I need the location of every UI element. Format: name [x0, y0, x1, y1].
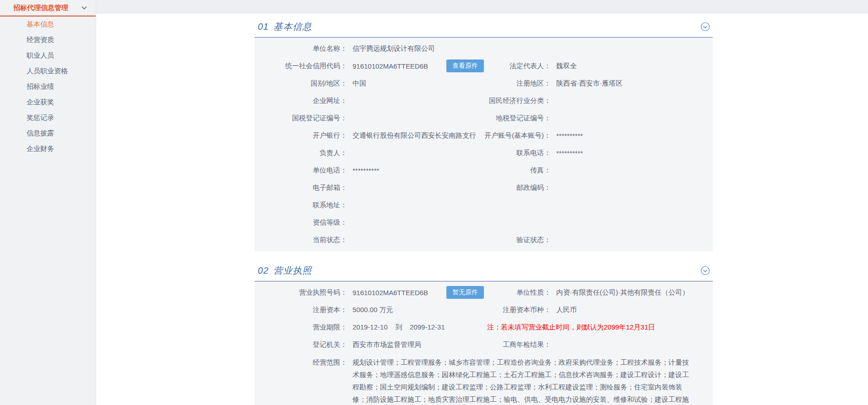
registered-capital-label: 注册资本：: [255, 306, 347, 314]
form-row: 单位名称： 信宇腾远规划设计有限公司: [255, 40, 713, 57]
chevron-down-circle-icon: [700, 266, 710, 275]
sidebar-item-bidding-performance[interactable]: 招标业绩: [0, 79, 96, 94]
unit-phone-label: 单位电话：: [255, 166, 347, 175]
form-row: 国税登记证编号： 地税登记证编号：: [255, 109, 713, 127]
section-title: 01基本信息: [258, 21, 312, 33]
email-label: 电子邮箱：: [255, 184, 347, 192]
sidebar-item-reward-punishment-records[interactable]: 奖惩记录: [0, 110, 96, 125]
annual-inspection-label: 工商年检结果：: [484, 340, 551, 349]
unit-name-value: 信宇腾远规划设计有限公司: [353, 44, 435, 53]
section-basic-info-header: 01基本信息: [255, 21, 713, 38]
form-row: 企业网址： 国民经济行业分类：: [255, 92, 713, 109]
license-number-label: 营业执照号码：: [255, 288, 347, 297]
country-region-value: 中国: [353, 79, 366, 88]
chevron-down-circle-icon: [700, 22, 710, 32]
bank-account-value: **********: [556, 132, 583, 140]
credit-code-label: 统一社会信用代码：: [255, 62, 347, 70]
unit-nature-label: 单位性质：: [484, 288, 551, 297]
form-row: 当前状态： 验证状态：: [255, 231, 713, 248]
contact-phone-label: 联系电话：: [484, 149, 551, 157]
registration-authority-label: 登记机关：: [255, 340, 347, 349]
credit-rating-label: 资信等级：: [255, 218, 347, 227]
form-row: 电子邮箱： 邮政编码：: [255, 179, 713, 196]
credit-code-value: 91610102MA6TTEED6B: [353, 62, 428, 70]
contact-phone-value: **********: [556, 149, 583, 157]
sidebar-item-enterprise-awards[interactable]: 企业获奖: [0, 94, 96, 110]
sidebar-item-basic-info[interactable]: 基本信息: [0, 16, 96, 32]
form-row: 经营范围： 规划设计管理；工程管理服务；城乡市容管理；工程造价咨询业务；政府采购…: [255, 353, 713, 405]
bank-account-label: 开户账号(基本账号)：: [484, 131, 551, 140]
section-collapse-button[interactable]: [700, 22, 710, 32]
sidebar-item-enterprise-finance[interactable]: 企业财务: [0, 141, 96, 157]
basic-info-panel: 单位名称： 信宇腾远规划设计有限公司 统一社会信用代码： 91610102MA6…: [255, 38, 713, 251]
bank-value: 交通银行股份有限公司西安长安南路支行: [353, 131, 476, 140]
capital-currency-label: 注册资本币种：: [484, 306, 551, 314]
form-row: 营业执照号码： 91610102MA6TTEED6B 暂无原件 单位性质： 内资…: [255, 284, 713, 301]
business-term-value: 2019-12-10 到 2099-12-31: [353, 323, 445, 332]
fax-label: 传真：: [484, 166, 551, 175]
sidebar-menu-title: 招标代理信息管理: [13, 4, 81, 12]
form-row: 资信等级：: [255, 214, 713, 231]
chevron-down-icon[interactable]: [81, 4, 87, 12]
website-label: 企业网址：: [255, 97, 347, 105]
form-row: 负责人： 联系电话： **********: [255, 144, 713, 162]
capital-currency-value: 人民币: [556, 306, 577, 314]
main-content: 01基本信息 单位名称： 信宇腾远规划设计有限公司 统一社会信用代码： 9161…: [96, 14, 868, 405]
current-status-label: 当前状态：: [255, 236, 347, 244]
view-original-button[interactable]: 查看原件: [446, 59, 484, 72]
form-row: 国别/地区： 中国 注册地区： 陕西省·西安市·雁塔区: [255, 75, 713, 92]
section-collapse-button[interactable]: [700, 266, 710, 276]
legal-representative-label: 法定代表人：: [484, 62, 551, 70]
form-row: 营业期限： 2019-12-10 到 2099-12-31 注：若未填写营业截止…: [255, 319, 713, 336]
person-in-charge-label: 负责人：: [255, 149, 347, 157]
registration-authority-value: 西安市市场监督管理局: [353, 340, 421, 349]
legal-representative-value: 魏双全: [556, 62, 577, 70]
sidebar-item-professional-staff[interactable]: 职业人员: [0, 48, 96, 63]
postal-code-label: 邮政编码：: [484, 184, 551, 192]
section-number: 01: [258, 22, 269, 32]
industry-classification-label: 国民经济行业分类：: [484, 97, 551, 105]
form-row: 统一社会信用代码： 91610102MA6TTEED6B 查看原件 法定代表人：…: [255, 57, 713, 75]
registered-region-label: 注册地区：: [484, 79, 551, 88]
section-business-license-header: 02营业执照: [255, 265, 713, 281]
section-title: 02营业执照: [258, 265, 312, 277]
contact-address-label: 联系地址：: [255, 201, 347, 210]
national-tax-cert-label: 国税登记证编号：: [255, 114, 347, 123]
sidebar-item-information-disclosure[interactable]: 信息披露: [0, 125, 96, 141]
no-original-button[interactable]: 暂无原件: [446, 286, 484, 299]
business-scope-value: 规划设计管理；工程管理服务；城乡市容管理；工程造价咨询业务；政府采购代理业务；工…: [353, 356, 713, 405]
business-term-note: 注：若未填写营业截止时间，则默认为2099年12月31日: [487, 323, 655, 332]
unit-name-label: 单位名称：: [255, 44, 347, 53]
license-number-value: 91610102MA6TTEED6B: [353, 289, 428, 297]
country-region-label: 国别/地区：: [255, 79, 347, 88]
form-row: 登记机关： 西安市市场监督管理局 工商年检结果：: [255, 336, 713, 353]
section-number: 02: [258, 265, 269, 275]
form-content: 01基本信息 单位名称： 信宇腾远规划设计有限公司 统一社会信用代码： 9161…: [255, 21, 713, 405]
sidebar: 招标代理信息管理 基本信息 经营资质 职业人员 人员职业资格 招标业绩 企业获奖…: [0, 0, 96, 405]
sidebar-menu-header[interactable]: 招标代理信息管理: [0, 0, 96, 16]
unit-nature-value: 内资·有限责任(公司)·其他有限责任（公司）: [556, 288, 689, 297]
unit-phone-value: **********: [353, 167, 379, 174]
bank-label: 开户银行：: [255, 131, 347, 140]
form-row: 注册资本： 5000.00 万元 注册资本币种： 人民币: [255, 301, 713, 319]
verification-status-label: 验证状态：: [484, 236, 551, 244]
business-license-panel: 营业执照号码： 91610102MA6TTEED6B 暂无原件 单位性质： 内资…: [255, 281, 713, 405]
form-row: 单位电话： ********** 传真：: [255, 162, 713, 179]
top-bar: [0, 0, 868, 14]
registered-capital-value: 5000.00 万元: [353, 306, 393, 314]
sidebar-item-business-qualification[interactable]: 经营资质: [0, 32, 96, 48]
local-tax-cert-label: 地税登记证编号：: [484, 114, 551, 123]
business-scope-label: 经营范围：: [255, 356, 347, 368]
form-row: 联系地址：: [255, 196, 713, 214]
form-row: 开户银行： 交通银行股份有限公司西安长安南路支行 开户账号(基本账号)： ***…: [255, 127, 713, 144]
section-title-text: 基本信息: [273, 22, 312, 32]
business-term-label: 营业期限：: [255, 323, 347, 332]
registered-region-value: 陕西省·西安市·雁塔区: [556, 79, 623, 88]
sidebar-item-staff-qualification[interactable]: 人员职业资格: [0, 63, 96, 79]
section-title-text: 营业执照: [273, 265, 312, 275]
